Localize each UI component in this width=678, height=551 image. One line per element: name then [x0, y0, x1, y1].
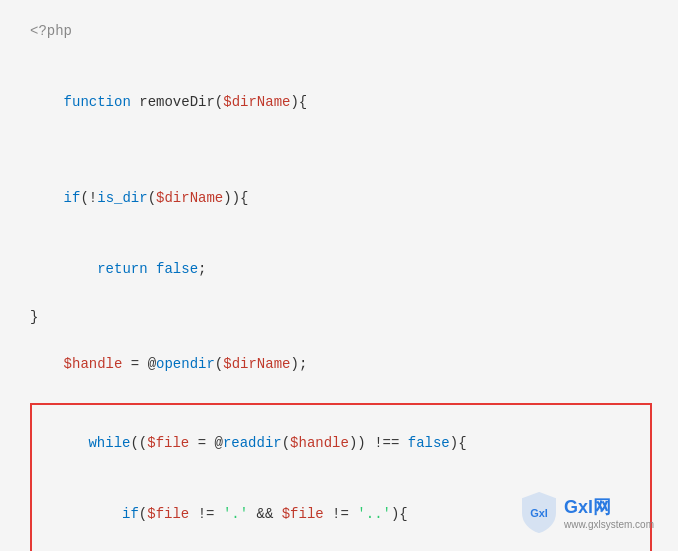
plain-6: ;: [198, 261, 206, 277]
plain-16: !=: [189, 506, 223, 522]
svg-text:Gxl: Gxl: [530, 507, 548, 519]
plain-8: (: [215, 356, 223, 372]
builtin-isdir: is_dir: [97, 190, 147, 206]
plain-18: !=: [324, 506, 358, 522]
plain-17: &&: [248, 506, 282, 522]
plain-3: (: [148, 190, 156, 206]
builtin-readdir: readdir: [223, 435, 282, 451]
plain-9: );: [290, 356, 307, 372]
var-handle2: $handle: [290, 435, 349, 451]
line-return-false: return false;: [30, 234, 648, 305]
plain-13: )) !==: [349, 435, 408, 451]
code-container: <?php function removeDir($dirName){ if(!…: [30, 20, 648, 551]
plain-5: [64, 261, 98, 277]
keyword-if: if: [64, 190, 81, 206]
line-handle: $handle = @opendir($dirName);: [30, 329, 648, 400]
line-blank1: [30, 44, 648, 68]
var-handle: $handle: [64, 356, 123, 372]
plain-12: (: [282, 435, 290, 451]
plain-14: ){: [450, 435, 467, 451]
watermark-brand: Gxl网 www.gxlsystem.com: [564, 495, 654, 530]
plain-2: (!: [80, 190, 97, 206]
var-file: $file: [147, 435, 189, 451]
plain-1: ){: [290, 94, 307, 110]
builtin-opendir: opendir: [156, 356, 215, 372]
at-opendir: @: [148, 356, 156, 372]
line-while: while(($file = @readdir($handle)) !== fa…: [38, 408, 644, 479]
func-name: removeDir(: [139, 94, 223, 110]
keyword-while: while: [88, 435, 130, 451]
line-blank2: [30, 139, 648, 163]
line-php-open: <?php: [30, 20, 648, 44]
plain-7: =: [122, 356, 147, 372]
at-readdir: @: [214, 435, 222, 451]
watermark-domain: www.gxlsystem.com: [564, 519, 654, 530]
keyword-if2: if: [122, 506, 139, 522]
keyword-return: return: [97, 261, 156, 277]
plain-11: =: [189, 435, 214, 451]
var-dirname: $dirName: [223, 94, 290, 110]
plain-15: (: [139, 506, 147, 522]
var-dirname3: $dirName: [223, 356, 290, 372]
var-file3: $file: [282, 506, 324, 522]
str-dot: '.': [223, 506, 248, 522]
watermark: Gxl Gxl网 www.gxlsystem.com: [520, 491, 654, 533]
plain-indent1: [88, 506, 122, 522]
line-if: if(!is_dir($dirName)){: [30, 163, 648, 234]
plain-10: ((: [130, 435, 147, 451]
watermark-name: Gxl网: [564, 497, 611, 517]
var-file2: $file: [147, 506, 189, 522]
str-dotdot: '..': [357, 506, 391, 522]
var-dirname2: $dirName: [156, 190, 223, 206]
shield-icon: Gxl: [520, 491, 558, 533]
keyword-false: false: [156, 261, 198, 277]
plain-19: ){: [391, 506, 408, 522]
line-func-decl: function removeDir($dirName){: [30, 68, 648, 139]
keyword-function: function: [64, 94, 140, 110]
plain-4: )){: [223, 190, 248, 206]
line-close-if: }: [30, 306, 648, 330]
keyword-false2: false: [408, 435, 450, 451]
